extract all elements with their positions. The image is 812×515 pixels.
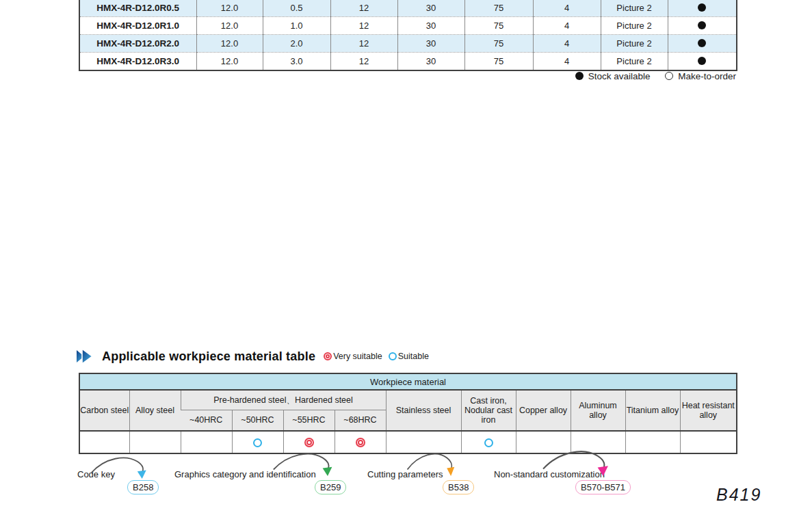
spec-cell: 4 — [533, 0, 601, 17]
rating-cell — [625, 431, 680, 453]
column-header-heat-resistant-alloy: Heat resistant alloy — [680, 390, 737, 431]
double-chevron-icon — [77, 349, 96, 364]
spec-cell: 75 — [464, 35, 533, 53]
spec-cell: 75 — [464, 53, 533, 71]
stock-available-dot — [698, 57, 706, 65]
column-header-alloy-steel: Alloy steel — [129, 390, 181, 431]
rating-cell — [461, 431, 516, 453]
page-ref-badge-b258: B258 — [127, 480, 159, 494]
suitable-mark-icon — [389, 352, 397, 360]
spec-cell: 30 — [397, 53, 464, 71]
make-to-order-legend: Make-to-order — [665, 71, 736, 81]
column-header-cast-iron: Cast iron, Nodular cast iron — [461, 390, 516, 431]
stock-cell — [668, 0, 737, 17]
very-suitable-label: Very suitable — [333, 352, 382, 361]
model-cell: HMX-4R-D12.0R1.0 — [79, 17, 196, 35]
section-title: Applicable workpiece material table — [102, 349, 315, 364]
rating-cell — [129, 431, 181, 453]
rating-cell — [335, 431, 386, 453]
stock-available-dot — [698, 3, 706, 12]
spec-cell: 12.0 — [196, 0, 263, 17]
table-row: HMX-4R-D12.0R1.0 12.0 1.0 12 30 75 4 Pic… — [79, 17, 737, 35]
picture-cell: Picture 2 — [601, 17, 668, 35]
stock-available-label: Stock available — [588, 71, 651, 81]
picture-cell: Picture 2 — [601, 35, 668, 53]
spec-cell: 12 — [330, 53, 397, 71]
page-ref-badge-b259: B259 — [315, 480, 346, 494]
very-suitable-mark — [356, 438, 365, 447]
very-suitable-mark-icon — [324, 352, 332, 360]
suitable-label: Suitable — [398, 352, 429, 361]
spec-cell: 4 — [533, 35, 601, 53]
make-to-order-label: Make-to-order — [678, 71, 736, 81]
rating-cell — [79, 431, 129, 453]
stock-available-legend: Stock available — [575, 71, 651, 81]
page-ref-badge-b538: B538 — [443, 480, 474, 494]
product-spec-table: HMX-4R-D12.0R0.5 12.0 0.5 12 30 75 4 Pic… — [79, 0, 737, 71]
rating-cell — [181, 431, 232, 453]
picture-cell: Picture 2 — [601, 53, 668, 71]
spec-cell: 75 — [464, 0, 533, 17]
column-header-stainless-steel: Stainless steel — [386, 390, 461, 431]
rating-cell — [680, 431, 737, 453]
stock-available-dot-icon — [575, 72, 584, 80]
spec-cell: 30 — [397, 35, 464, 53]
table-row: HMX-4R-D12.0R2.0 12.0 2.0 12 30 75 4 Pic… — [79, 35, 737, 53]
suitable-legend: Suitable — [389, 352, 429, 361]
spec-cell: 30 — [397, 17, 464, 35]
stock-available-dot — [698, 39, 706, 47]
very-suitable-legend: Very suitable — [324, 352, 382, 361]
column-header-68hrc: ~68HRC — [335, 410, 386, 432]
curved-arrow-icon — [90, 454, 149, 479]
spec-cell: 12.0 — [196, 53, 263, 71]
column-header-prehardened-hardened-steel: Pre-hardened steel、Hardened steel — [181, 390, 386, 410]
column-header-carbon-steel: Carbon steel — [79, 390, 129, 431]
spec-cell: 12.0 — [196, 35, 263, 53]
model-cell: HMX-4R-D12.0R2.0 — [79, 35, 196, 53]
spec-cell: 12 — [330, 17, 397, 35]
stock-available-dot — [698, 21, 706, 29]
spec-cell: 1.0 — [263, 17, 330, 35]
spec-cell: 12.0 — [196, 17, 263, 35]
picture-cell: Picture 2 — [601, 0, 668, 17]
table-row: HMX-4R-D12.0R3.0 12.0 3.0 12 30 75 4 Pic… — [79, 53, 737, 71]
column-header-55hrc: ~55HRC — [283, 410, 335, 432]
spec-cell: 12 — [330, 0, 397, 17]
page-number: B419 — [716, 485, 761, 505]
spec-cell: 75 — [464, 17, 533, 35]
model-cell: HMX-4R-D12.0R0.5 — [79, 0, 196, 17]
curved-arrow-icon — [542, 447, 612, 476]
column-header-50hrc: ~50HRC — [232, 410, 283, 432]
column-header-40hrc: ~40HRC — [181, 410, 232, 432]
spec-cell: 12 — [330, 35, 397, 53]
spec-cell: 4 — [533, 53, 601, 71]
stock-legend: Stock available Make-to-order — [575, 71, 736, 81]
stock-cell — [668, 53, 737, 71]
stock-cell — [668, 35, 737, 53]
stock-cell — [668, 17, 737, 35]
workpiece-material-table: Workpiece material Carbon steel Alloy st… — [79, 373, 737, 454]
column-header-titanium-alloy: Titanium alloy — [625, 390, 680, 431]
make-to-order-dot-icon — [665, 72, 673, 80]
very-suitable-mark — [304, 438, 314, 447]
page-ref-badge-b570-b571: B570-B571 — [575, 480, 631, 494]
suitable-mark — [484, 438, 493, 447]
curved-arrow-icon — [406, 450, 457, 476]
spec-cell: 4 — [533, 17, 601, 35]
model-cell: HMX-4R-D12.0R3.0 — [79, 53, 196, 71]
curved-arrow-icon — [272, 450, 335, 476]
workpiece-material-header: Workpiece material — [79, 373, 737, 390]
spec-cell: 2.0 — [263, 35, 330, 53]
suitable-mark — [253, 438, 262, 447]
column-header-copper-alloy: Copper alloy — [516, 390, 571, 431]
spec-cell: 30 — [397, 0, 464, 17]
column-header-aluminum-alloy: Aluminum alloy — [571, 390, 625, 431]
spec-cell: 0.5 — [263, 0, 330, 17]
material-section-heading: Applicable workpiece material table Very… — [77, 347, 435, 365]
table-row: HMX-4R-D12.0R0.5 12.0 0.5 12 30 75 4 Pic… — [79, 0, 737, 17]
suitability-legend: Very suitable Suitable — [324, 352, 435, 361]
spec-cell: 3.0 — [263, 53, 330, 71]
